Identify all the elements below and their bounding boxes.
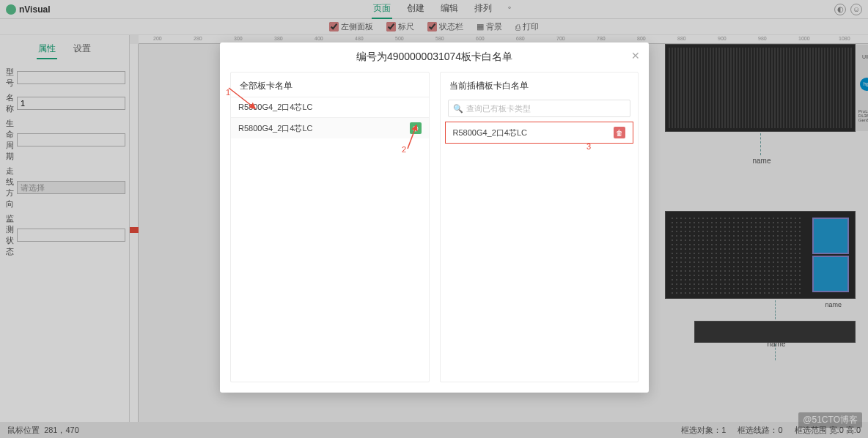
close-icon[interactable]: ✕ [631,50,640,62]
search-placeholder: 查询已有板卡类型 [466,103,531,114]
whitelist-modal: 编号为4900000031074板卡白名单 ✕ 全部板卡名单 R5800G4_2… [220,42,649,393]
modal-title: 编号为4900000031074板卡白名单 [356,51,512,64]
svg-line-1 [408,125,416,149]
watermark: @51CTO博客 [798,412,862,428]
list-item[interactable]: R5800G4_2口4芯LC ⊕ [231,117,429,138]
svg-line-0 [229,88,255,108]
panel-all-cards: 全部板卡名单 R5800G4_2口4芯LC R5800G4_2口4芯LC ⊕ [230,72,430,382]
search-icon: 🔍 [453,104,463,114]
annotation-arrow-1 [227,86,264,116]
card-name: R5800G4_2口4芯LC [238,123,313,134]
list-item-selected[interactable]: R5800G4_2口4芯LC 🗑 [445,122,634,144]
modal-header: 编号为4900000031074板卡白名单 ✕ [220,42,649,72]
delete-button[interactable]: 🗑 [614,127,625,138]
annotation-arrow-2 [402,122,424,152]
search-input[interactable]: 🔍 查询已有板卡类型 [448,100,631,117]
card-name: R5800G4_2口4芯LC [453,127,528,138]
panel-slot-title: 当前插槽板卡白名单 [441,73,639,97]
panel-slot-whitelist: 当前插槽板卡白名单 🔍 查询已有板卡类型 R5800G4_2口4芯LC 🗑 [440,72,639,382]
